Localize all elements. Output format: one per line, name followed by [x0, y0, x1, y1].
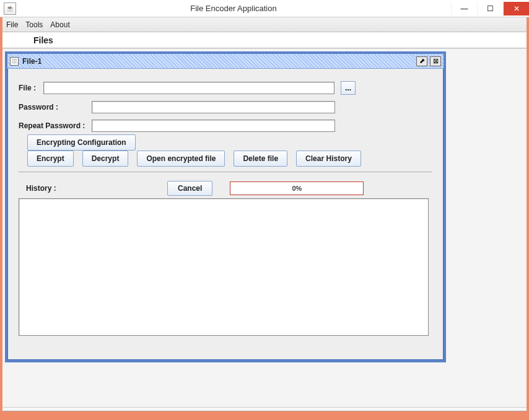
menu-tools[interactable]: Tools: [25, 20, 43, 29]
maximize-button[interactable]: ☐: [477, 2, 503, 15]
internal-close-button[interactable]: ⊠: [430, 56, 441, 66]
section-files-label: Files: [33, 35, 53, 45]
decrypt-button[interactable]: Decrypt: [82, 151, 129, 167]
browse-button[interactable]: ...: [341, 81, 356, 95]
separator: [19, 172, 432, 172]
internal-frame-titlebar[interactable]: File-1 ⬈ ⊠: [7, 54, 444, 69]
file-input[interactable]: [43, 82, 334, 94]
internal-frame-file1: File-1 ⬈ ⊠ File : ... Password : Repeat …: [5, 51, 446, 362]
java-icon: ☕: [4, 2, 16, 15]
internal-maximize-button[interactable]: ⬈: [416, 56, 427, 66]
progress-text: 0%: [292, 185, 302, 192]
history-textarea[interactable]: [19, 198, 429, 336]
open-encrypted-file-button[interactable]: Open encrypted file: [137, 151, 225, 167]
window-titlebar: ☕ File Encoder Application — ☐ ✕: [0, 0, 529, 17]
menu-bar: File Tools About: [2, 17, 527, 32]
progress-bar: 0%: [230, 182, 364, 195]
workspace: File-1 ⬈ ⊠ File : ... Password : Repeat …: [2, 48, 527, 411]
section-files-header: Files: [2, 32, 527, 48]
clear-history-button[interactable]: Clear History: [296, 151, 361, 167]
repeat-password-input[interactable]: [92, 120, 335, 132]
file-label: File :: [19, 84, 43, 92]
repeat-password-label: Repeat Password :: [19, 121, 92, 130]
password-input[interactable]: [92, 101, 335, 113]
close-button[interactable]: ✕: [503, 2, 529, 15]
menu-about[interactable]: About: [50, 20, 69, 29]
minimize-button[interactable]: —: [451, 2, 477, 15]
history-label: History :: [26, 184, 63, 193]
encrypt-button[interactable]: Encrypt: [27, 151, 74, 167]
encrypting-configuration-button[interactable]: Encrypting Configuration: [27, 134, 136, 151]
cancel-button[interactable]: Cancel: [167, 181, 212, 196]
document-icon: [10, 57, 19, 66]
window-title: File Encoder Application: [16, 4, 451, 13]
password-label: Password :: [19, 103, 92, 112]
delete-file-button[interactable]: Delete file: [234, 151, 287, 167]
status-bar: [2, 407, 527, 411]
internal-frame-title: File-1: [22, 57, 414, 66]
menu-file[interactable]: File: [6, 20, 18, 29]
